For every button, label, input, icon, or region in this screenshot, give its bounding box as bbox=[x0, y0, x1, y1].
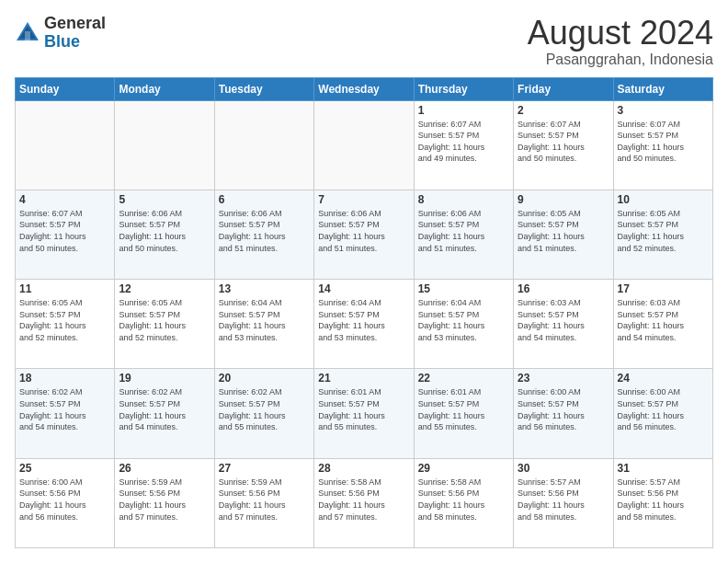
calendar-cell: 1Sunrise: 6:07 AM Sunset: 5:57 PM Daylig… bbox=[414, 100, 513, 190]
day-number: 6 bbox=[219, 193, 310, 206]
day-number: 19 bbox=[119, 372, 210, 385]
day-info: Sunrise: 6:02 AM Sunset: 5:57 PM Dayligh… bbox=[119, 386, 210, 432]
day-number: 5 bbox=[119, 193, 210, 206]
calendar-cell: 17Sunrise: 6:03 AM Sunset: 5:57 PM Dayli… bbox=[613, 280, 712, 369]
day-number: 21 bbox=[318, 372, 409, 385]
day-info: Sunrise: 6:01 AM Sunset: 5:57 PM Dayligh… bbox=[318, 386, 409, 432]
day-info: Sunrise: 6:01 AM Sunset: 5:57 PM Dayligh… bbox=[418, 386, 509, 432]
calendar-week-5: 25Sunrise: 6:00 AM Sunset: 5:56 PM Dayli… bbox=[16, 458, 713, 547]
day-number: 31 bbox=[618, 462, 709, 475]
day-info: Sunrise: 5:59 AM Sunset: 5:56 PM Dayligh… bbox=[219, 477, 310, 523]
day-info: Sunrise: 5:57 AM Sunset: 5:56 PM Dayligh… bbox=[518, 477, 609, 523]
day-info: Sunrise: 6:06 AM Sunset: 5:57 PM Dayligh… bbox=[219, 208, 310, 254]
day-number: 13 bbox=[219, 282, 310, 295]
calendar-header-tuesday: Tuesday bbox=[214, 77, 313, 100]
day-info: Sunrise: 6:05 AM Sunset: 5:57 PM Dayligh… bbox=[618, 208, 709, 254]
day-number: 12 bbox=[119, 282, 210, 295]
day-number: 17 bbox=[618, 282, 709, 295]
day-info: Sunrise: 6:04 AM Sunset: 5:57 PM Dayligh… bbox=[318, 297, 409, 343]
logo-icon bbox=[15, 20, 40, 46]
day-number: 15 bbox=[418, 282, 509, 295]
calendar-week-1: 1Sunrise: 6:07 AM Sunset: 5:57 PM Daylig… bbox=[16, 100, 713, 190]
day-number: 3 bbox=[618, 104, 709, 117]
day-info: Sunrise: 5:58 AM Sunset: 5:56 PM Dayligh… bbox=[418, 477, 509, 523]
calendar-week-3: 11Sunrise: 6:05 AM Sunset: 5:57 PM Dayli… bbox=[16, 280, 713, 369]
calendar-cell: 22Sunrise: 6:01 AM Sunset: 5:57 PM Dayli… bbox=[414, 369, 513, 458]
calendar-week-4: 18Sunrise: 6:02 AM Sunset: 5:57 PM Dayli… bbox=[16, 369, 713, 458]
month-year: August 2024 bbox=[528, 15, 713, 52]
calendar-cell: 4Sunrise: 6:07 AM Sunset: 5:57 PM Daylig… bbox=[16, 190, 115, 279]
day-info: Sunrise: 6:05 AM Sunset: 5:57 PM Dayligh… bbox=[19, 297, 110, 343]
day-info: Sunrise: 6:00 AM Sunset: 5:56 PM Dayligh… bbox=[19, 477, 110, 523]
title-block: August 2024 Pasanggrahan, Indonesia bbox=[528, 15, 713, 68]
day-info: Sunrise: 5:57 AM Sunset: 5:56 PM Dayligh… bbox=[618, 477, 709, 523]
day-info: Sunrise: 6:06 AM Sunset: 5:57 PM Dayligh… bbox=[119, 208, 210, 254]
calendar-cell: 28Sunrise: 5:58 AM Sunset: 5:56 PM Dayli… bbox=[314, 458, 414, 547]
calendar-cell: 9Sunrise: 6:05 AM Sunset: 5:57 PM Daylig… bbox=[514, 190, 613, 279]
day-number: 11 bbox=[19, 282, 110, 295]
calendar-cell: 11Sunrise: 6:05 AM Sunset: 5:57 PM Dayli… bbox=[16, 280, 115, 369]
day-info: Sunrise: 6:06 AM Sunset: 5:57 PM Dayligh… bbox=[418, 208, 509, 254]
calendar-cell: 18Sunrise: 6:02 AM Sunset: 5:57 PM Dayli… bbox=[16, 369, 115, 458]
day-number: 30 bbox=[518, 462, 609, 475]
day-info: Sunrise: 6:07 AM Sunset: 5:57 PM Dayligh… bbox=[618, 119, 709, 165]
calendar-cell: 16Sunrise: 6:03 AM Sunset: 5:57 PM Dayli… bbox=[514, 280, 613, 369]
day-info: Sunrise: 5:59 AM Sunset: 5:56 PM Dayligh… bbox=[119, 477, 210, 523]
calendar-cell: 30Sunrise: 5:57 AM Sunset: 5:56 PM Dayli… bbox=[514, 458, 613, 547]
page: General Blue August 2024 Pasanggrahan, I… bbox=[0, 0, 728, 563]
calendar-cell: 27Sunrise: 5:59 AM Sunset: 5:56 PM Dayli… bbox=[214, 458, 313, 547]
day-info: Sunrise: 6:05 AM Sunset: 5:57 PM Dayligh… bbox=[518, 208, 609, 254]
calendar-cell: 6Sunrise: 6:06 AM Sunset: 5:57 PM Daylig… bbox=[214, 190, 313, 279]
day-number: 29 bbox=[418, 462, 509, 475]
calendar-header-thursday: Thursday bbox=[414, 77, 513, 100]
calendar-cell: 29Sunrise: 5:58 AM Sunset: 5:56 PM Dayli… bbox=[414, 458, 513, 547]
calendar-cell: 8Sunrise: 6:06 AM Sunset: 5:57 PM Daylig… bbox=[414, 190, 513, 279]
day-number: 14 bbox=[318, 282, 409, 295]
day-number: 22 bbox=[418, 372, 509, 385]
calendar-cell: 3Sunrise: 6:07 AM Sunset: 5:57 PM Daylig… bbox=[613, 100, 712, 190]
header: General Blue August 2024 Pasanggrahan, I… bbox=[15, 15, 713, 68]
calendar-cell: 24Sunrise: 6:00 AM Sunset: 5:57 PM Dayli… bbox=[613, 369, 712, 458]
calendar-cell: 25Sunrise: 6:00 AM Sunset: 5:56 PM Dayli… bbox=[16, 458, 115, 547]
day-info: Sunrise: 6:03 AM Sunset: 5:57 PM Dayligh… bbox=[518, 297, 609, 343]
location: Pasanggrahan, Indonesia bbox=[528, 52, 713, 68]
day-number: 26 bbox=[119, 462, 210, 475]
day-number: 28 bbox=[318, 462, 409, 475]
day-info: Sunrise: 5:58 AM Sunset: 5:56 PM Dayligh… bbox=[318, 477, 409, 523]
day-info: Sunrise: 6:05 AM Sunset: 5:57 PM Dayligh… bbox=[119, 297, 210, 343]
calendar-cell: 2Sunrise: 6:07 AM Sunset: 5:57 PM Daylig… bbox=[514, 100, 613, 190]
calendar-header-friday: Friday bbox=[514, 77, 613, 100]
calendar-cell: 12Sunrise: 6:05 AM Sunset: 5:57 PM Dayli… bbox=[115, 280, 214, 369]
day-number: 25 bbox=[19, 462, 110, 475]
calendar-cell bbox=[214, 100, 313, 190]
calendar-cell: 23Sunrise: 6:00 AM Sunset: 5:57 PM Dayli… bbox=[514, 369, 613, 458]
logo-blue-text: Blue bbox=[44, 32, 80, 51]
calendar-week-2: 4Sunrise: 6:07 AM Sunset: 5:57 PM Daylig… bbox=[16, 190, 713, 279]
logo: General Blue bbox=[15, 15, 106, 52]
calendar-table: SundayMondayTuesdayWednesdayThursdayFrid… bbox=[15, 77, 713, 548]
calendar-header-sunday: Sunday bbox=[16, 77, 115, 100]
day-number: 4 bbox=[19, 193, 110, 206]
calendar-cell: 15Sunrise: 6:04 AM Sunset: 5:57 PM Dayli… bbox=[414, 280, 513, 369]
day-info: Sunrise: 6:06 AM Sunset: 5:57 PM Dayligh… bbox=[318, 208, 409, 254]
day-number: 8 bbox=[418, 193, 509, 206]
calendar-cell: 19Sunrise: 6:02 AM Sunset: 5:57 PM Dayli… bbox=[115, 369, 214, 458]
day-number: 27 bbox=[219, 462, 310, 475]
calendar-cell bbox=[115, 100, 214, 190]
logo-general-text: General bbox=[44, 14, 106, 32]
calendar-cell: 20Sunrise: 6:02 AM Sunset: 5:57 PM Dayli… bbox=[214, 369, 313, 458]
day-number: 1 bbox=[418, 104, 509, 117]
day-info: Sunrise: 6:04 AM Sunset: 5:57 PM Dayligh… bbox=[418, 297, 509, 343]
day-number: 2 bbox=[518, 104, 609, 117]
day-number: 18 bbox=[19, 372, 110, 385]
day-number: 23 bbox=[518, 372, 609, 385]
calendar-cell: 5Sunrise: 6:06 AM Sunset: 5:57 PM Daylig… bbox=[115, 190, 214, 279]
day-info: Sunrise: 6:04 AM Sunset: 5:57 PM Dayligh… bbox=[219, 297, 310, 343]
day-number: 16 bbox=[518, 282, 609, 295]
day-info: Sunrise: 6:07 AM Sunset: 5:57 PM Dayligh… bbox=[418, 119, 509, 165]
calendar-cell: 31Sunrise: 5:57 AM Sunset: 5:56 PM Dayli… bbox=[613, 458, 712, 547]
day-info: Sunrise: 6:00 AM Sunset: 5:57 PM Dayligh… bbox=[518, 386, 609, 432]
day-info: Sunrise: 6:03 AM Sunset: 5:57 PM Dayligh… bbox=[618, 297, 709, 343]
calendar-cell: 26Sunrise: 5:59 AM Sunset: 5:56 PM Dayli… bbox=[115, 458, 214, 547]
day-number: 24 bbox=[618, 372, 709, 385]
